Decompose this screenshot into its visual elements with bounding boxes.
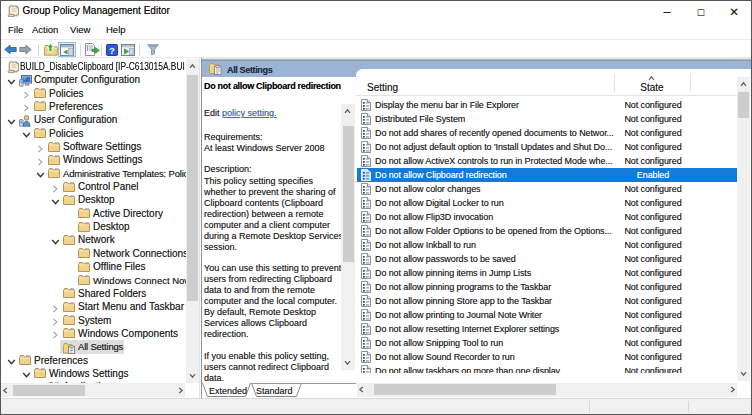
svg-text:?: ? [109,45,115,56]
